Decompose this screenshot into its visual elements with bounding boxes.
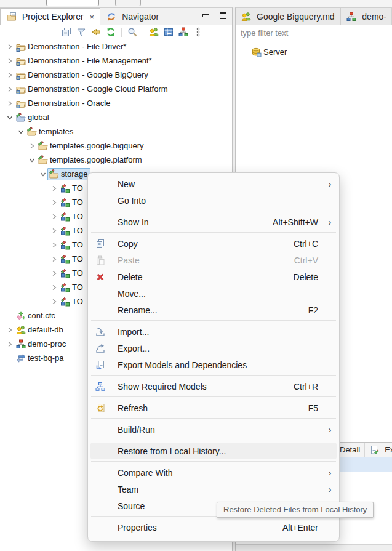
back-button[interactable]	[90, 26, 102, 38]
menu-item-delete[interactable]: Delete Delete	[90, 268, 337, 285]
chevron-collapsed-icon[interactable]	[5, 325, 14, 335]
menu-item-export-models-and-dependencies[interactable]: Export Models and Dependencies	[90, 356, 337, 373]
chevron-expanded-icon[interactable]	[27, 155, 36, 165]
chevron-collapsed-icon[interactable]	[49, 254, 58, 264]
menu-item-import[interactable]: Import...	[90, 323, 337, 340]
menu-item-show-required-models[interactable]: Show Required Models Ctrl+R	[90, 378, 337, 395]
menu-item-rename[interactable]: Rename... F2	[90, 302, 337, 318]
menu-item-move[interactable]: Move...	[90, 285, 337, 302]
search-button[interactable]	[127, 26, 138, 38]
filter-button[interactable]	[76, 26, 87, 38]
detail-tab-label: Detail	[340, 445, 360, 454]
maximize-button[interactable]	[217, 10, 228, 20]
menu-item-copy[interactable]: Copy Ctrl+C	[90, 235, 337, 252]
chevron-collapsed-icon[interactable]	[49, 212, 58, 222]
chevron-expanded-icon[interactable]	[5, 113, 14, 123]
tree-item-body: TO	[58, 211, 86, 223]
menu-item-refresh[interactable]: Refresh F5	[90, 400, 337, 416]
tree-item[interactable]: Demonstration - File Management*	[0, 54, 232, 68]
chevron-collapsed-icon[interactable]	[49, 226, 58, 236]
filter-icon	[76, 27, 86, 37]
chevron-collapsed-icon[interactable]	[5, 339, 14, 349]
tree-item[interactable]: templates.google.bigquery	[0, 139, 232, 153]
back-arrow-icon	[91, 27, 101, 37]
tree-item-label: TO	[72, 226, 83, 235]
menu-item-go-into[interactable]: Go Into	[90, 192, 337, 209]
model-icon	[60, 212, 70, 222]
menu-item-label: Refresh	[118, 403, 308, 413]
close-tab-icon[interactable]: ×	[90, 12, 95, 22]
menu-item-icon-slot	[95, 403, 118, 413]
tree-item-label: test-bq-pa	[28, 353, 64, 363]
editor-tab[interactable]: demo-	[341, 8, 392, 25]
chevron-collapsed-icon[interactable]	[5, 99, 14, 108]
chevron-collapsed-icon[interactable]	[49, 268, 58, 278]
menu-item-label: Import...	[118, 327, 323, 337]
tree-item[interactable]: Server	[236, 45, 392, 59]
chevron-collapsed-icon[interactable]	[5, 56, 14, 66]
menu-item-properties[interactable]: Properties Alt+Enter	[90, 519, 337, 536]
chevron-expanded-icon[interactable]	[16, 127, 25, 137]
refresh-button[interactable]	[105, 26, 116, 38]
menu-item-export[interactable]: Export...	[90, 340, 337, 356]
folder-edit-icon	[49, 169, 59, 179]
chevron-collapsed-icon[interactable]	[5, 84, 14, 94]
chevron-expanded-icon[interactable]	[38, 169, 47, 179]
export-icon	[95, 344, 105, 353]
menu-item-show-in[interactable]: Show In Alt+Shift+W ›	[90, 214, 337, 230]
model-icon	[60, 254, 70, 264]
tree-item-label: Demonstration - File Driver*	[28, 42, 126, 51]
tree-item[interactable]: Demonstration - Google BigQuery	[0, 68, 232, 82]
tree-item-body: TO	[58, 196, 86, 209]
menu-item-team[interactable]: Team ›	[90, 481, 337, 497]
minimize-button[interactable]	[200, 10, 211, 20]
editor-tab-label: demo-	[362, 12, 386, 22]
collapse-all-button[interactable]	[61, 26, 72, 38]
users-icon	[241, 12, 251, 22]
link-users-button[interactable]	[148, 26, 159, 38]
menu-separator	[91, 232, 336, 233]
toolbar-button-fragment[interactable]	[115, 0, 141, 6]
toolbar-combo-fragment[interactable]	[46, 0, 99, 6]
tree-item[interactable]: Demonstration - Google Cloud Platform	[0, 82, 232, 96]
tree-item[interactable]: global	[0, 110, 232, 124]
chevron-collapsed-icon[interactable]	[49, 297, 58, 307]
view-tab-project-explorer[interactable]: Project Explorer ×	[0, 8, 100, 25]
detail-tab-detail[interactable]: Detail	[335, 443, 364, 457]
chevron-spacer	[5, 311, 14, 321]
filter-input[interactable]	[236, 28, 392, 38]
chevron-collapsed-icon[interactable]	[49, 183, 58, 193]
tree-item[interactable]: templates.google.platform	[0, 153, 232, 167]
detail-tab-exp[interactable]: Exp	[364, 443, 392, 457]
editor-tabbar: Google Bigquery.md demo-	[236, 8, 392, 25]
menu-item-new[interactable]: New ›	[90, 175, 337, 192]
menu-separator	[91, 211, 336, 211]
view-menu-button[interactable]	[193, 26, 204, 38]
editor-tab-label: Google Bigquery.md	[257, 12, 335, 22]
view-tab-navigator[interactable]: Navigator	[100, 8, 164, 25]
menu-item-label: Compare With	[118, 468, 323, 478]
chevron-collapsed-icon[interactable]	[5, 42, 14, 52]
menu-item-label: Team	[118, 485, 323, 494]
menu-item-compare-with[interactable]: Compare With ›	[90, 464, 337, 481]
navigator-icon	[106, 12, 116, 22]
tree-item-label: TO	[72, 240, 83, 249]
chevron-collapsed-icon[interactable]	[27, 141, 36, 151]
tree-item[interactable]: templates	[0, 124, 232, 139]
menu-item-paste[interactable]: Paste Ctrl+V	[90, 252, 337, 268]
menu-item-shortcut: F2	[308, 305, 318, 315]
menu-item-restore-from-local-history[interactable]: Restore from Local History...	[90, 443, 337, 459]
tree-item[interactable]: Demonstration - Oracle	[0, 96, 232, 110]
chevron-collapsed-icon[interactable]	[49, 198, 58, 207]
chevron-collapsed-icon[interactable]	[49, 283, 58, 292]
config-icon	[16, 311, 26, 321]
menu-item-build-run[interactable]: Build/Run ›	[90, 421, 337, 438]
tree-item-label: Server	[263, 47, 287, 57]
tree-item-label: Demonstration - Google BigQuery	[28, 70, 148, 79]
chevron-collapsed-icon[interactable]	[49, 240, 58, 250]
editor-tab[interactable]: Google Bigquery.md	[236, 8, 341, 25]
chevron-collapsed-icon[interactable]	[5, 70, 14, 80]
tree-item[interactable]: Demonstration - File Driver*	[0, 39, 232, 54]
link-editor-button[interactable]	[163, 26, 174, 38]
models-button[interactable]	[178, 26, 189, 38]
